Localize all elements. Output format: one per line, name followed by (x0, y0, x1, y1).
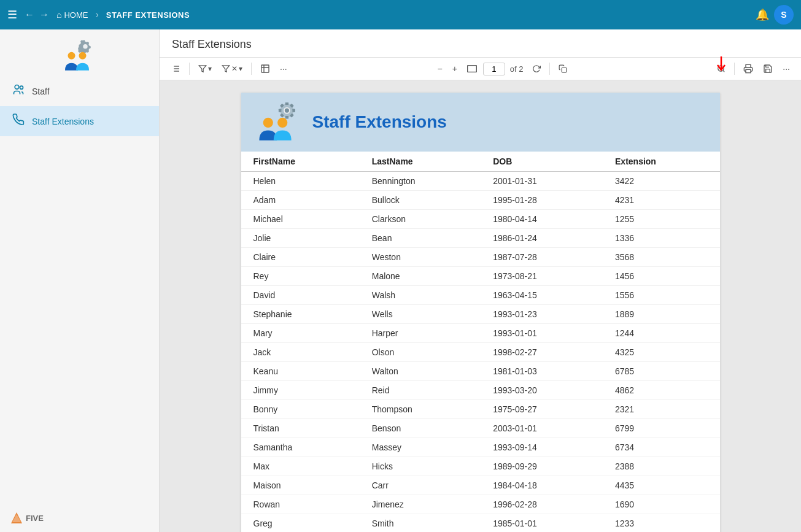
table-cell: Walton (360, 362, 481, 381)
table-cell: Greg (241, 514, 360, 533)
table-cell: Rowan (241, 495, 360, 514)
save-button[interactable] (759, 61, 776, 76)
report-table: FirstName LastName DOB Extension HelenBe… (241, 152, 720, 532)
table-cell: 1993-03-20 (481, 381, 603, 400)
breadcrumb-separator: › (95, 9, 98, 20)
forward-icon[interactable]: → (39, 9, 49, 20)
table-cell: 3568 (603, 248, 719, 267)
table-cell: Michael (241, 210, 360, 229)
page-header: Staff Extensions (160, 29, 801, 58)
table-cell: 1995-01-28 (481, 191, 603, 210)
table-row: GregSmith1985-01-011233 (241, 514, 720, 533)
table-cell: 2388 (603, 457, 719, 476)
table-row: DavidWalsh1963-04-151556 (241, 286, 720, 305)
table-cell: 6785 (603, 362, 719, 381)
table-row: RowanJimenez1996-02-281690 (241, 495, 720, 514)
table-cell: 2321 (603, 400, 719, 419)
table-cell: 4325 (603, 343, 719, 362)
filter-button[interactable]: ▾ (195, 62, 215, 75)
topbar: ☰ ← → ⌂ HOME › STAFF EXTENSIONS 🔔 S (0, 0, 801, 29)
fit-page-button[interactable] (257, 61, 274, 76)
report-toolbar: ▾ ✕ ▾ ··· − + (160, 58, 801, 80)
table-row: JimmyReid1993-03-204862 (241, 381, 720, 400)
table-cell: Samantha (241, 438, 360, 457)
table-cell: Jimmy (241, 381, 360, 400)
table-row: StephanieWells1993-01-231889 (241, 305, 720, 324)
table-cell: 2001-01-31 (481, 172, 603, 191)
zoom-in-button[interactable]: + (449, 61, 461, 76)
print-button[interactable] (740, 61, 757, 76)
back-icon[interactable]: ← (25, 9, 34, 20)
toolbar-divider-1 (189, 63, 190, 75)
table-cell: 1963-04-15 (481, 286, 603, 305)
table-cell: Helen (241, 172, 360, 191)
col-dob: DOB (481, 152, 603, 172)
zoom-fit-button[interactable] (463, 63, 481, 75)
table-row: HelenBennington2001-01-313422 (241, 172, 720, 191)
table-cell: 1993-09-14 (481, 438, 603, 457)
table-cell: Mary (241, 324, 360, 343)
breadcrumb-page: STAFF EXTENSIONS (106, 10, 190, 20)
table-row: AdamBullock1995-01-284231 (241, 191, 720, 210)
sidebar-footer: FIVE (0, 504, 159, 532)
table-cell: 1233 (603, 514, 719, 533)
svg-point-5 (20, 86, 23, 89)
table-cell: 1456 (603, 267, 719, 286)
report-title: Staff Extensions (303, 112, 447, 132)
table-cell: David (241, 286, 360, 305)
toggle-filters-button[interactable] (167, 61, 184, 76)
search-button[interactable] (713, 62, 729, 75)
table-cell: Wells (360, 305, 481, 324)
table-cell: 1255 (603, 210, 719, 229)
table-cell: 1981-01-03 (481, 362, 603, 381)
table-cell: 1998-02-27 (481, 343, 603, 362)
svg-point-2 (68, 52, 75, 60)
table-row: JolieBean1986-01-241336 (241, 229, 720, 248)
svg-point-4 (15, 85, 19, 90)
table-cell: Bean (360, 229, 481, 248)
report-header-band: Staff Extensions (241, 93, 720, 152)
table-cell: 4435 (603, 476, 719, 495)
table-cell: Massey (360, 438, 481, 457)
page-number-input[interactable] (483, 63, 505, 75)
table-cell: Clarkson (360, 210, 481, 229)
table-cell: 1993-01-23 (481, 305, 603, 324)
report-area[interactable]: Staff Extensions FirstName LastName DOB … (160, 80, 801, 532)
table-cell: 4862 (603, 381, 719, 400)
table-row: KeanuWalton1981-01-036785 (241, 362, 720, 381)
svg-rect-18 (562, 67, 567, 72)
table-row: MaxHicks1989-09-292388 (241, 457, 720, 476)
zoom-out-button[interactable]: − (433, 61, 446, 76)
sidebar-header-icon (0, 29, 159, 76)
svg-rect-30 (285, 116, 288, 119)
table-cell: Jack (241, 343, 360, 362)
table-cell: 1556 (603, 286, 719, 305)
filter-clear-button[interactable]: ✕ ▾ (218, 62, 246, 75)
table-cell: Bonny (241, 400, 360, 419)
table-cell: Stephanie (241, 305, 360, 324)
sidebar-item-staff-extensions[interactable]: Staff Extensions (0, 106, 159, 136)
home-link[interactable]: ⌂ HOME (56, 10, 88, 20)
more-options-button[interactable]: ··· (276, 61, 291, 76)
table-row: JackOlson1998-02-274325 (241, 343, 720, 362)
table-row: TristanBenson2003-01-016799 (241, 419, 720, 438)
toolbar-divider-3 (549, 63, 550, 75)
table-cell: Smith (360, 514, 481, 533)
more-actions-button[interactable]: ··· (779, 61, 794, 76)
table-cell: Malone (360, 267, 481, 286)
refresh-button[interactable] (528, 62, 544, 75)
notification-bell-icon[interactable]: 🔔 (756, 8, 769, 21)
svg-marker-15 (222, 66, 230, 72)
table-cell: 1336 (603, 229, 719, 248)
home-label: HOME (64, 10, 88, 20)
svg-marker-7 (12, 514, 21, 522)
table-cell: Benson (360, 419, 481, 438)
sidebar-item-staff[interactable]: Staff (0, 76, 159, 106)
sidebar-staff-extensions-label: Staff Extensions (32, 117, 94, 126)
user-avatar[interactable]: S (774, 5, 794, 25)
table-row: SamanthaMassey1993-09-146734 (241, 438, 720, 457)
menu-icon[interactable]: ☰ (7, 8, 17, 21)
sidebar: Staff Staff Extensions FIVE (0, 29, 160, 532)
copy-button[interactable] (555, 62, 571, 75)
table-cell: Walsh (360, 286, 481, 305)
